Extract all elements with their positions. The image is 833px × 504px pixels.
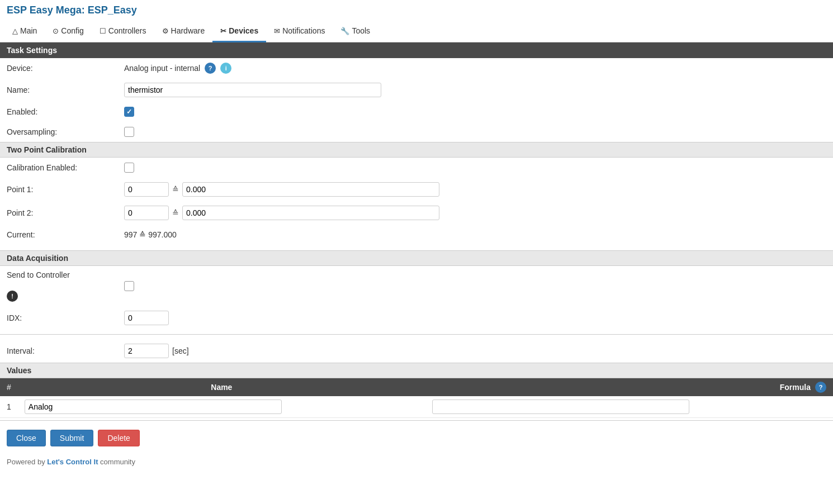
row-name-cell xyxy=(18,396,425,418)
separator1 xyxy=(0,245,833,250)
footer-text: Powered by xyxy=(7,458,47,466)
config-icon: ⊙ xyxy=(53,27,59,35)
nav-devices-label: Devices xyxy=(229,26,258,35)
point2-inputs: ≙ xyxy=(124,206,439,220)
name-label: Name: xyxy=(7,85,124,94)
point1-inputs: ≙ xyxy=(124,182,439,197)
footer: Powered by Let's Control It community xyxy=(0,453,833,470)
device-label: Device: xyxy=(7,64,124,73)
calibration-enabled-checkbox[interactable] xyxy=(124,163,134,173)
interval-label: Interval: xyxy=(7,346,124,355)
row-name-input[interactable] xyxy=(25,400,282,414)
warning-icon[interactable]: ! xyxy=(7,291,18,302)
col-name: Name xyxy=(18,378,425,396)
controllers-icon: ☐ xyxy=(100,27,106,35)
send-to-controller-row: Send to Controller ! xyxy=(0,266,833,306)
enabled-checkbox[interactable] xyxy=(124,107,134,117)
nav-main[interactable]: △ Main xyxy=(4,21,45,42)
nav-controllers-label: Controllers xyxy=(108,26,146,35)
nav-tools[interactable]: 🔧 Tools xyxy=(333,21,378,42)
footer-link[interactable]: Let's Control It xyxy=(47,458,98,466)
nav-hardware[interactable]: ⚙ Hardware xyxy=(154,21,213,42)
calibration-enabled-row: Calibration Enabled: xyxy=(0,158,833,178)
nav-hardware-label: Hardware xyxy=(171,26,205,35)
nav-config[interactable]: ⊙ Config xyxy=(45,21,91,42)
nav-notifications[interactable]: ✉ Notifications xyxy=(266,21,333,42)
name-row: Name: xyxy=(0,78,833,102)
point2-row: Point 2: ≙ xyxy=(0,201,833,225)
nav-controllers[interactable]: ☐ Controllers xyxy=(92,21,154,42)
main-icon: △ xyxy=(12,27,18,35)
current-value: 997 ≙ 997.000 xyxy=(124,230,177,239)
calibration-enabled-label: Calibration Enabled: xyxy=(7,163,124,172)
formula-help-icon[interactable]: ? xyxy=(815,382,826,393)
values-header: Values xyxy=(0,363,833,378)
oversampling-checkbox[interactable] xyxy=(124,127,134,137)
nav-bar: △ Main ⊙ Config ☐ Controllers ⚙ Hardware… xyxy=(0,21,833,42)
info-icon[interactable]: i xyxy=(220,63,231,74)
nav-devices[interactable]: ✂ Devices xyxy=(212,21,266,42)
two-point-calibration-header: Two Point Calibration xyxy=(0,142,833,158)
device-value: Analog input - internal xyxy=(124,64,200,73)
button-row: Close Submit Delete xyxy=(0,423,833,453)
name-input[interactable] xyxy=(124,83,381,97)
point1-arrow: ≙ xyxy=(172,185,179,194)
nav-tools-label: Tools xyxy=(352,26,370,35)
section-divider xyxy=(0,334,833,335)
point2-raw-input[interactable] xyxy=(124,206,169,220)
enabled-label: Enabled: xyxy=(7,107,124,116)
enabled-row: Enabled: xyxy=(0,102,833,122)
hardware-icon: ⚙ xyxy=(162,27,169,35)
row-formula-cell xyxy=(425,396,833,418)
interval-container: [sec] xyxy=(124,344,189,358)
delete-button[interactable]: Delete xyxy=(98,430,139,446)
oversampling-label: Oversampling: xyxy=(7,127,124,136)
table-bottom-divider xyxy=(0,420,833,421)
devices-icon: ✂ xyxy=(220,27,226,35)
idx-input[interactable] xyxy=(124,311,169,325)
values-table: # Name Formula ? 1 xyxy=(0,378,833,418)
idx-row: IDX: xyxy=(0,306,833,330)
help-icon[interactable]: ? xyxy=(205,63,216,74)
interval-unit: [sec] xyxy=(172,346,189,355)
close-button[interactable]: Close xyxy=(7,430,46,446)
page-title: ESP Easy Mega: ESP_Easy xyxy=(0,0,833,21)
nav-notifications-label: Notifications xyxy=(282,26,325,35)
values-table-header-row: # Name Formula ? xyxy=(0,378,833,396)
tools-icon: 🔧 xyxy=(340,27,349,35)
point2-calibrated-input[interactable] xyxy=(182,206,439,220)
device-row: Device: Analog input - internal ? i xyxy=(0,58,833,78)
point1-raw-input[interactable] xyxy=(124,182,169,197)
notifications-icon: ✉ xyxy=(274,27,280,35)
footer-suffix: community xyxy=(98,458,135,466)
current-row: Current: 997 ≙ 997.000 xyxy=(0,225,833,245)
main-content: Task Settings Device: Analog input - int… xyxy=(0,42,833,453)
current-label: Current: xyxy=(7,230,124,239)
idx-label: IDX: xyxy=(7,313,124,322)
point1-row: Point 1: ≙ xyxy=(0,178,833,201)
task-settings-header: Task Settings xyxy=(0,42,833,58)
point1-label: Point 1: xyxy=(7,185,124,194)
col-formula: Formula ? xyxy=(425,378,833,396)
col-number: # xyxy=(0,378,18,396)
send-to-controller-container xyxy=(124,281,134,291)
submit-button[interactable]: Submit xyxy=(50,430,94,446)
point2-arrow: ≙ xyxy=(172,208,179,217)
oversampling-row: Oversampling: xyxy=(0,122,833,142)
row-formula-input[interactable] xyxy=(432,400,689,414)
row-number: 1 xyxy=(0,396,18,418)
point1-calibrated-input[interactable] xyxy=(182,182,439,197)
send-to-controller-checkbox[interactable] xyxy=(124,281,134,291)
table-row: 1 xyxy=(0,396,833,418)
nav-main-label: Main xyxy=(20,26,37,35)
nav-config-label: Config xyxy=(61,26,83,35)
point2-label: Point 2: xyxy=(7,208,124,217)
data-acquisition-header: Data Acquisition xyxy=(0,250,833,266)
send-to-controller-label: Send to Controller ! xyxy=(7,270,124,302)
device-value-container: Analog input - internal ? i xyxy=(124,63,231,74)
interval-row: Interval: [sec] xyxy=(0,339,833,363)
interval-input[interactable] xyxy=(124,344,169,358)
